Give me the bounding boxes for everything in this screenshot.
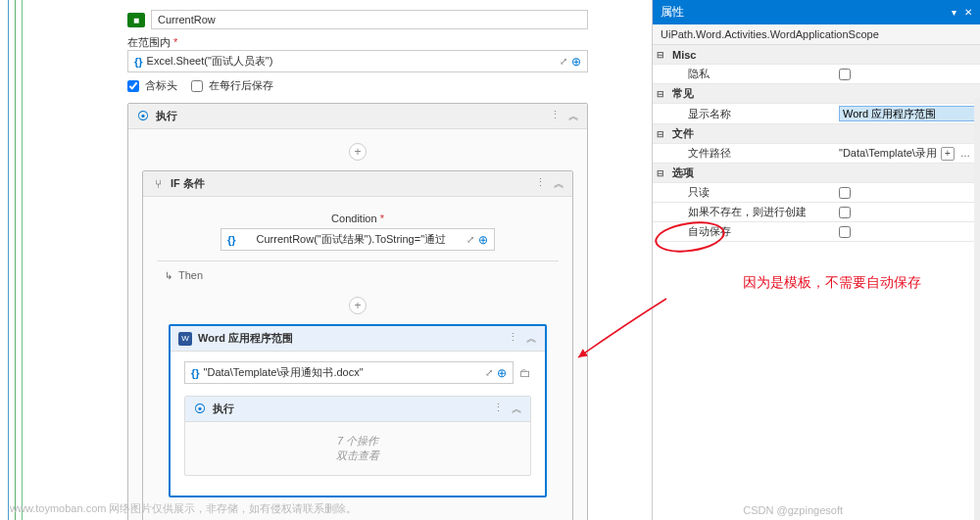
add-activity-button[interactable]: + [349,297,367,314]
if-title: IF 条件 [171,176,529,191]
execute-icon: ⦿ [136,110,150,123]
panel-pin-icon[interactable]: ▾ [952,7,956,18]
prop-autosave: 自动保存 [653,222,980,242]
foreach-badge: ■ [127,13,145,27]
plus-icon[interactable]: ⊕ [571,55,581,69]
toggle-icon[interactable]: ⊟ [653,168,668,178]
save-each-row-label: 在每行后保存 [209,78,273,93]
category-options[interactable]: ⊟ 选项 [653,164,980,183]
category-common[interactable]: ⊟ 常见 [653,84,980,104]
collapse-icon[interactable]: ︽ [526,331,537,346]
toggle-icon[interactable]: ⊟ [653,89,668,99]
prop-readonly: 只读 [653,183,980,203]
menu-icon[interactable]: ⋮ [535,176,546,191]
word-scope-title: Word 应用程序范围 [198,331,502,346]
menu-icon[interactable]: ⋮ [493,402,504,416]
watermark-left: www.toymoban.com 网络图片仅供展示，非存储，如有侵权请联系删除。 [10,501,357,516]
panel-header: 属性 ▾ ✕ [653,0,980,24]
word-icon: W [178,332,192,346]
display-name-input[interactable] [839,106,976,121]
then-label: Then [178,269,203,281]
plus-icon[interactable]: ⊕ [478,233,488,247]
expand-icon[interactable]: ⤢ [466,234,474,245]
watermark-right: CSDN @gzpingesoft [743,504,843,516]
menu-icon[interactable]: ⋮ [508,331,518,346]
expand-icon[interactable]: ⤢ [485,367,493,378]
category-misc[interactable]: ⊟ Misc [653,45,980,65]
condition-label: Condition * [157,213,559,224]
nesting-guides [0,0,29,520]
expand-icon[interactable]: ⤢ [560,56,567,67]
readonly-checkbox[interactable] [839,187,851,199]
autosave-checkbox[interactable] [839,226,851,238]
folder-browse-icon[interactable]: 🗀 [519,366,531,380]
then-header[interactable]: ↳ Then [157,265,559,285]
toggle-icon[interactable]: ⊟ [653,50,668,60]
collapse-icon[interactable]: ︽ [554,176,564,191]
panel-close-icon[interactable]: ✕ [964,7,972,18]
panel-subtitle: UiPath.Word.Activities.WordApplicationSc… [653,24,980,45]
collapsed-placeholder[interactable]: 7 个操作 双击查看 [185,422,530,475]
toggle-icon[interactable]: ⊟ [653,129,668,139]
prop-create-if-not-exists: 如果不存在，则进行创建 [653,203,980,222]
scrollbar[interactable] [974,98,980,520]
annotation-text: 因为是模板，不需要自动保存 [743,274,921,292]
has-headers-label: 含标头 [145,78,177,93]
filepath-browse-button[interactable]: … [958,148,972,159]
condition-input[interactable]: {} CurrentRow("面试结果").ToString="通过 ⤢ ⊕ [220,228,495,251]
filepath-plus-button[interactable]: + [941,147,955,161]
currentrow-field[interactable]: CurrentRow [151,10,588,29]
panel-title: 属性 [661,4,684,21]
brace-icon: {} [191,367,200,379]
if-activity[interactable]: ⑂ IF 条件 ⋮ ︽ Condition * {} [142,170,573,520]
privacy-checkbox[interactable] [839,69,851,80]
properties-panel: 属性 ▾ ✕ UiPath.Word.Activities.WordApplic… [652,0,980,520]
scope-expression-input[interactable]: {} Excel.Sheet("面试人员表") ⤢ ⊕ [127,50,588,72]
inner-exec-title: 执行 [213,402,487,416]
prop-display-name: 显示名称 [653,104,980,124]
currentrow-label: CurrentRow [158,14,581,25]
category-file[interactable]: ⊟ 文件 [653,124,980,144]
word-path-input[interactable]: {} "Data\Template\录用通知书.docx" ⤢ ⊕ [184,361,514,384]
add-activity-button[interactable]: + [349,143,367,161]
create-checkbox[interactable] [839,207,851,218]
has-headers-checkbox[interactable] [127,80,139,92]
inner-execute-activity[interactable]: ⦿ 执行 ⋮ ︽ [184,396,531,476]
brace-icon: {} [227,234,236,246]
collapse-icon[interactable]: ︽ [512,402,522,416]
prop-privacy: 隐私 [653,65,980,84]
then-arrow-icon: ↳ [165,270,172,281]
collapse-icon[interactable]: ︽ [568,109,579,123]
execute-icon: ⦿ [193,402,207,416]
brace-icon: {} [134,56,143,68]
word-scope-activity[interactable]: W Word 应用程序范围 ⋮ ︽ [169,324,547,497]
scope-label: 在范围内 * [127,35,588,50]
plus-icon[interactable]: ⊕ [497,366,507,380]
execute-activity[interactable]: ⦿ 执行 ⋮ ︽ + ⑂ IF 条件 ⋮ [127,103,588,520]
if-icon: ⑂ [151,177,165,191]
save-each-row-checkbox[interactable] [191,80,203,92]
menu-icon[interactable]: ⋮ [550,109,561,123]
execute-title: 执行 [156,109,544,123]
prop-file-path: 文件路径 "Data\Template\录用 + … [653,144,980,164]
